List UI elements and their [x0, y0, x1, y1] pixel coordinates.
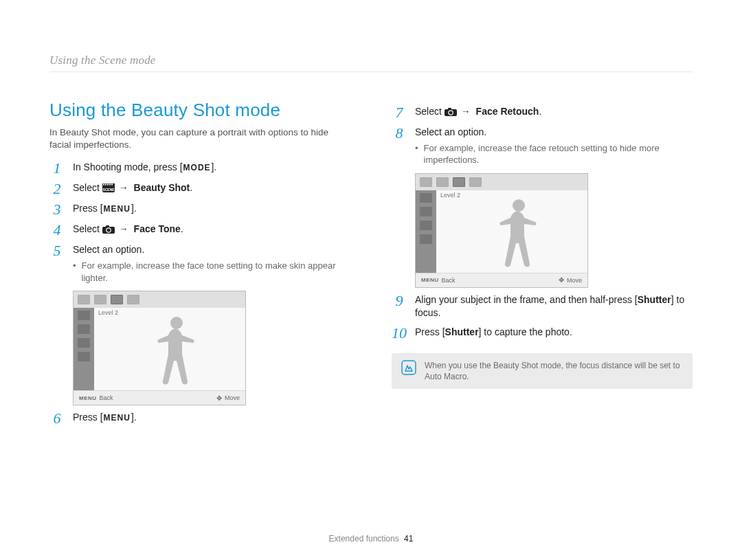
step-number: 7: [392, 105, 407, 120]
step-number: 8: [392, 126, 407, 166]
lcd-level-label: Level 2: [98, 309, 118, 316]
svg-rect-9: [106, 225, 109, 227]
svg-point-15: [513, 199, 525, 212]
lcd-side-icon: [420, 193, 432, 203]
lcd-tab-selected: [111, 295, 123, 304]
mode-key: MODE: [183, 162, 212, 174]
lcd-side-icon: [78, 352, 90, 361]
step-7: Select → Face Retouch.: [415, 105, 693, 120]
lcd-back-label: Back: [100, 394, 113, 401]
lcd-sidebar: [416, 190, 436, 273]
lcd-side-icon: [420, 234, 432, 244]
lcd-move-label: Move: [567, 277, 582, 284]
move-arrows-icon: ✥: [559, 276, 564, 284]
lcd-side-icon: [78, 338, 90, 348]
lcd-sidebar: [74, 308, 94, 390]
lcd-tab: [78, 295, 90, 304]
step-number: 5: [49, 243, 65, 284]
camera-icon: [102, 225, 115, 234]
lcd-preview-face-retouch: Level 2 MENU Back ✥ Move: [415, 173, 588, 288]
svg-point-11: [170, 317, 183, 329]
step-6: Press [MENU].: [73, 411, 350, 426]
lcd-side-icon: [78, 311, 90, 320]
lcd-preview-face-tone: Level 2 MENU Back ✥ Move: [73, 291, 246, 405]
step-number: 1: [49, 161, 65, 176]
svg-rect-2: [103, 184, 104, 186]
lcd-tab: [420, 177, 432, 187]
note-text: When you use the Beauty Shot mode, the f…: [425, 360, 683, 382]
scene-icon: SCENE: [102, 183, 115, 193]
step-4: Select → Face Tone.: [73, 223, 350, 238]
step-3: Press [MENU].: [73, 202, 350, 217]
lcd-move-label: Move: [225, 394, 240, 401]
section-intro: In Beauty Shot mode, you can capture a p…: [49, 126, 350, 151]
person-silhouette-icon: [148, 313, 203, 392]
lcd-back-label: Back: [442, 277, 456, 284]
step-10: Press [Shutter] to capture the photo.: [415, 326, 693, 341]
arrow-icon: →: [461, 106, 471, 117]
menu-key: MENU: [103, 203, 131, 215]
section-title: Using the Beauty Shot mode: [49, 100, 350, 121]
step-9: Align your subject in the frame, and the…: [415, 293, 693, 320]
camera-icon: [445, 107, 457, 117]
svg-rect-4: [107, 184, 109, 186]
lcd-tabs: [416, 174, 587, 190]
step-2: Select SCENE → Beauty Shot.: [73, 181, 350, 197]
lcd-side-icon: [78, 324, 90, 334]
lcd-tab: [469, 177, 482, 187]
lcd-tab-selected: [453, 177, 465, 187]
breadcrumb: Using the Scene mode: [49, 54, 693, 72]
svg-rect-13: [448, 108, 451, 110]
page-footer: Extended functions 41: [0, 534, 742, 544]
svg-rect-3: [105, 184, 106, 186]
svg-rect-5: [109, 184, 111, 186]
footer-section: Extended functions: [329, 534, 399, 544]
arrow-icon: →: [119, 223, 128, 234]
step-number: 3: [49, 202, 65, 217]
step-8: Select an option. For example, increase …: [415, 126, 693, 166]
lcd-back-key: MENU: [421, 277, 439, 283]
arrow-icon: →: [119, 182, 128, 193]
left-column: Using the Beauty Shot mode In Beauty Sho…: [49, 100, 350, 430]
lcd-level-label: Level 2: [440, 192, 460, 199]
move-arrows-icon: ✥: [216, 394, 222, 402]
lcd-tab: [436, 177, 449, 187]
right-column: 7 Select → Face Retouch. 8 Select an opt…: [392, 100, 693, 430]
note-box: When you use the Beauty Shot mode, the f…: [392, 353, 693, 389]
lcd-tabs: [74, 291, 245, 308]
svg-rect-6: [111, 184, 113, 186]
step-number: 4: [49, 223, 65, 238]
step-1: In Shooting mode, press [MODE].: [73, 161, 350, 176]
lcd-tab: [94, 295, 106, 304]
svg-point-10: [106, 228, 111, 232]
info-icon: [401, 360, 416, 382]
step-5: Select an option. For example, increase …: [73, 243, 350, 284]
lcd-side-icon: [420, 221, 432, 230]
step-number: 10: [392, 326, 407, 341]
lcd-side-icon: [420, 207, 432, 216]
step-number: 6: [49, 411, 65, 426]
lcd-tab: [127, 295, 139, 304]
footer-page-number: 41: [404, 534, 413, 544]
step-number: 2: [49, 181, 65, 197]
lcd-back-key: MENU: [79, 395, 97, 401]
svg-text:SCENE: SCENE: [102, 188, 115, 192]
menu-key: MENU: [103, 412, 131, 424]
svg-point-14: [449, 111, 453, 115]
person-silhouette-icon: [490, 196, 545, 274]
step-8-sub: For example, increase the face retouch s…: [424, 142, 693, 166]
step-5-sub: For example, increase the face tone sett…: [82, 260, 350, 284]
step-number: 9: [392, 293, 407, 320]
